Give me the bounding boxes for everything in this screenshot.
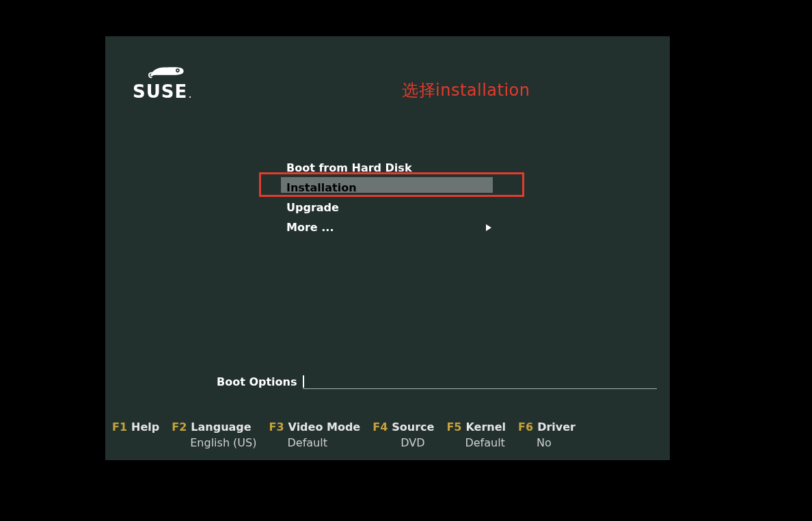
brand-word-dot: . [189, 92, 192, 99]
boot-options-row: Boot Options [217, 374, 657, 389]
fkey-id: F4 [373, 420, 388, 433]
fkey-help[interactable]: F1 Help [112, 420, 159, 449]
fkey-driver[interactable]: F6 Driver No [518, 420, 576, 449]
fkey-id: F1 [112, 420, 127, 433]
text-cursor-icon [303, 375, 304, 388]
annotation-text: 选择installation [402, 79, 530, 101]
boot-options-label: Boot Options [217, 375, 297, 388]
menu-item-label: More ... [286, 221, 334, 234]
fkey-label: Driver [537, 420, 576, 433]
fkey-value: DVD [391, 436, 434, 449]
annotation-rectangle [259, 172, 524, 197]
fkey-id: F5 [446, 420, 461, 433]
svg-point-1 [177, 70, 178, 71]
fkey-bar: F1 Help F2 Language English (US) F3 Vide… [112, 420, 663, 449]
fkey-kernel[interactable]: F5 Kernel Default [446, 420, 506, 449]
fkey-label: Language [191, 420, 251, 433]
boot-menu: Boot from Hard Disk Installation Upgrade… [286, 158, 491, 237]
fkey-label: Source [392, 420, 434, 433]
fkey-label: Help [131, 420, 159, 433]
menu-item-label: Upgrade [286, 201, 339, 214]
fkey-label: Video Mode [288, 420, 361, 433]
fkey-video-mode[interactable]: F3 Video Mode Default [269, 420, 360, 449]
fkey-label: Kernel [465, 420, 506, 433]
fkey-value: Default [465, 436, 506, 449]
fkey-id: F3 [269, 420, 284, 433]
menu-item-upgrade[interactable]: Upgrade [286, 198, 491, 217]
chameleon-icon [146, 61, 187, 81]
fkey-source[interactable]: F4 Source DVD [373, 420, 434, 449]
fkey-value: English (US) [190, 436, 256, 449]
fkey-language[interactable]: F2 Language English (US) [172, 420, 256, 449]
suse-logo: SUSE . [133, 61, 215, 102]
menu-item-more[interactable]: More ... [286, 217, 491, 237]
fkey-id: F6 [518, 420, 533, 433]
fkey-value: No [537, 436, 576, 449]
submenu-arrow-icon [486, 224, 491, 231]
brand-word-text: SUSE [133, 81, 187, 102]
boot-screen: SUSE . 选择installation Boot from Hard Dis… [105, 36, 670, 460]
brand-word: SUSE . [133, 81, 215, 102]
fkey-value: Default [287, 436, 360, 449]
fkey-id: F2 [172, 420, 187, 433]
boot-options-input[interactable] [303, 374, 658, 389]
